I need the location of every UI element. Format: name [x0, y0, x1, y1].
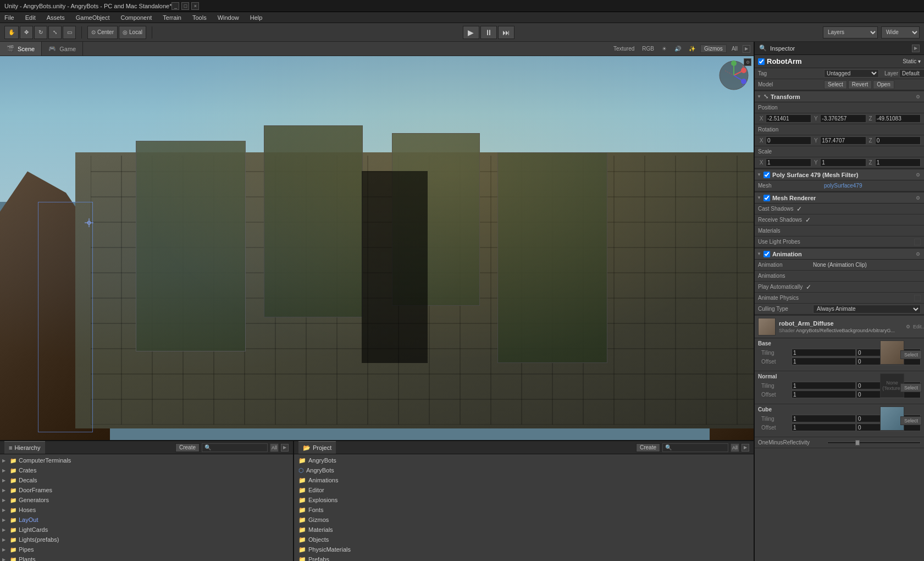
- maximize-button[interactable]: □: [181, 2, 189, 10]
- cube-select-btn[interactable]: Select: [900, 416, 922, 425]
- base-tiling-y[interactable]: [792, 358, 856, 365]
- hierarchy-item-computerterms[interactable]: ▶ 📁 ComputerTerminals: [0, 455, 293, 465]
- view-collapse-btn[interactable]: ▶: [743, 45, 750, 53]
- menu-edit[interactable]: Edit: [23, 14, 38, 21]
- menu-window[interactable]: Window: [215, 14, 241, 21]
- hierarchy-item-generators[interactable]: ▶ 📁 Generators: [0, 495, 293, 505]
- project-item-objects[interactable]: 📁 Objects: [294, 535, 754, 544]
- project-item-angrybots-folder[interactable]: 📁 AngryBots: [294, 455, 754, 465]
- rect-tool[interactable]: ▭: [63, 26, 76, 39]
- project-item-explosions[interactable]: 📁 Explosions: [294, 495, 754, 505]
- transform-settings-icon[interactable]: ⚙: [914, 94, 922, 100]
- project-all-btn[interactable]: All: [731, 443, 739, 452]
- all-toggle[interactable]: All: [729, 45, 740, 52]
- cube-tiling-y[interactable]: [792, 424, 856, 431]
- gizmos-dropdown[interactable]: Gizmos: [700, 45, 727, 53]
- transform-header[interactable]: ▼ ⤡ Transform ⚙: [755, 90, 924, 102]
- project-collapse-btn[interactable]: ▶: [742, 444, 749, 452]
- project-item-fonts[interactable]: 📁 Fonts: [294, 505, 754, 515]
- menu-help[interactable]: Help: [248, 14, 265, 21]
- tab-scene[interactable]: 🎬 Scene: [0, 42, 42, 56]
- hierarchy-all-btn[interactable]: All: [270, 443, 279, 452]
- reflectivity-slider[interactable]: [827, 442, 921, 444]
- rot-y-input[interactable]: [820, 136, 866, 145]
- project-item-prefabs[interactable]: 📁 Prefabs: [294, 554, 754, 561]
- hierarchy-item-crates[interactable]: ▶ 📁 Crates: [0, 465, 293, 475]
- scale-x-input[interactable]: [766, 158, 811, 167]
- rot-x-input[interactable]: [766, 136, 811, 145]
- base-select-btn[interactable]: Select: [900, 350, 922, 359]
- static-badge[interactable]: Static ▾: [903, 58, 921, 64]
- project-item-animations[interactable]: 📁 Animations: [294, 475, 754, 485]
- pause-button[interactable]: ⏸: [480, 26, 497, 39]
- layers-dropdown[interactable]: Layers: [823, 26, 878, 38]
- normal-tiling-x[interactable]: [792, 382, 856, 389]
- layout-dropdown[interactable]: Wide: [881, 26, 920, 38]
- scene-pivot[interactable]: [85, 218, 93, 227]
- animation-active[interactable]: [763, 251, 770, 257]
- scale-tool[interactable]: ⤡: [48, 26, 62, 39]
- center-button[interactable]: ⊙ Center: [87, 26, 118, 39]
- hierarchy-item-plants[interactable]: ▶ 📁 Plants: [0, 554, 293, 561]
- animation-settings[interactable]: ⚙: [914, 251, 922, 257]
- hierarchy-collapse-btn[interactable]: ▶: [281, 444, 289, 452]
- hierarchy-item-doorframes[interactable]: ▶ 📁 DoorFrames: [0, 485, 293, 495]
- rotate-tool[interactable]: ↻: [34, 26, 47, 39]
- hierarchy-item-lights[interactable]: ▶ 📁 Lights(prefabs): [0, 535, 293, 544]
- project-item-gizmos[interactable]: 📁 Gizmos: [294, 515, 754, 525]
- project-item-angrybots-prefab[interactable]: ⬡ AngryBots: [294, 465, 754, 475]
- tag-dropdown[interactable]: Untagged: [824, 69, 879, 78]
- scale-z-input[interactable]: [875, 158, 921, 167]
- menu-component[interactable]: Component: [118, 14, 154, 21]
- hierarchy-create-btn[interactable]: Create: [175, 443, 200, 452]
- project-item-editor[interactable]: 📁 Editor: [294, 485, 754, 495]
- menu-terrain[interactable]: Terrain: [161, 14, 184, 21]
- menu-file[interactable]: File: [2, 14, 16, 21]
- layer-dropdown[interactable]: Default: [899, 69, 924, 78]
- viewport[interactable]: X Y Z: [0, 56, 754, 440]
- project-item-materials[interactable]: 📁 Materials: [294, 525, 754, 535]
- menu-assets[interactable]: Assets: [45, 14, 67, 21]
- close-button[interactable]: ×: [191, 2, 199, 10]
- model-revert-btn[interactable]: Revert: [848, 80, 872, 89]
- mesh-renderer-active[interactable]: [763, 195, 770, 201]
- animation-header[interactable]: ▼ Animation ⚙: [755, 248, 924, 260]
- fx-toggle[interactable]: ✨: [686, 45, 698, 52]
- hierarchy-tab[interactable]: ≡ Hierarchy: [4, 441, 45, 454]
- hierarchy-item-decals[interactable]: ▶ 📁 Decals: [0, 475, 293, 485]
- cube-tiling-x[interactable]: [792, 415, 856, 422]
- play-button[interactable]: ▶: [463, 26, 479, 39]
- pos-y-input[interactable]: [820, 114, 866, 123]
- mesh-renderer-header[interactable]: ▼ Mesh Renderer ⚙: [755, 191, 924, 204]
- project-item-physicmats[interactable]: 📁 PhysicMaterials: [294, 544, 754, 554]
- lighting-toggle[interactable]: ☀: [659, 45, 670, 52]
- material-edit-btn[interactable]: Edit...: [913, 324, 921, 329]
- mesh-filter-active[interactable]: [763, 172, 770, 178]
- pos-x-input[interactable]: [766, 114, 811, 123]
- step-button[interactable]: ⏭: [498, 26, 514, 39]
- audio-toggle[interactable]: 🔊: [672, 45, 684, 52]
- normal-select-btn[interactable]: Select: [900, 383, 922, 392]
- rgb-dropdown[interactable]: RGB: [639, 45, 657, 52]
- pos-z-input[interactable]: [875, 114, 921, 123]
- hand-tool[interactable]: ✋: [4, 26, 19, 39]
- model-select-btn[interactable]: Select: [824, 80, 847, 89]
- mesh-filter-settings[interactable]: ⚙: [914, 172, 922, 178]
- project-search[interactable]: [662, 443, 728, 452]
- hierarchy-item-pipes[interactable]: ▶ 📁 Pipes: [0, 544, 293, 554]
- move-tool[interactable]: ✥: [20, 26, 33, 39]
- hierarchy-item-layout[interactable]: ▶ 📁 LayOut: [0, 515, 293, 525]
- hierarchy-item-lightcards[interactable]: ▶ 📁 LightCards: [0, 525, 293, 535]
- tab-game[interactable]: 🎮 Game: [42, 42, 83, 56]
- inspector-collapse-btn[interactable]: ▶: [912, 45, 920, 52]
- hierarchy-item-hoses[interactable]: ▶ 📁 Hoses: [0, 505, 293, 515]
- mesh-renderer-settings[interactable]: ⚙: [914, 195, 922, 201]
- rot-z-input[interactable]: [875, 136, 921, 145]
- local-button[interactable]: ◎ Local: [119, 26, 146, 39]
- culling-dropdown[interactable]: Always Animate: [813, 305, 921, 314]
- material-settings[interactable]: ⚙: [904, 324, 912, 329]
- minimize-button[interactable]: _: [171, 2, 179, 10]
- project-tab[interactable]: 📂 Project: [298, 441, 336, 454]
- model-open-btn[interactable]: Open: [873, 80, 894, 89]
- textured-dropdown[interactable]: Textured: [611, 45, 637, 52]
